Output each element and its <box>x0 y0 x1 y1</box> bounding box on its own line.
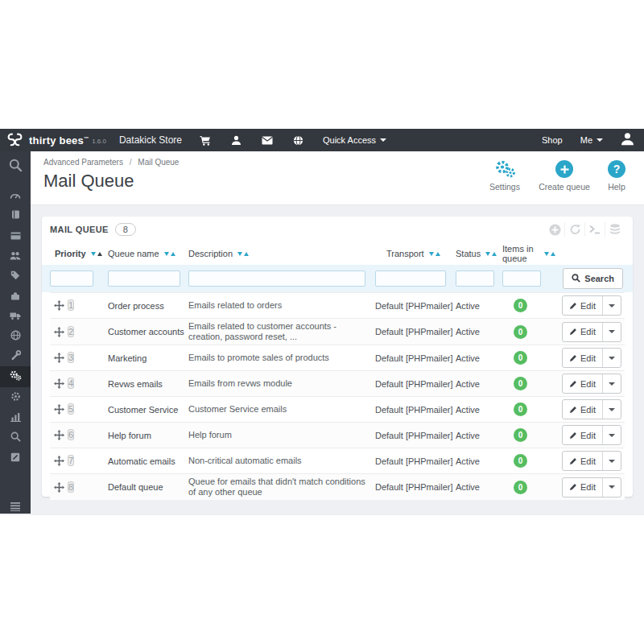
table-row[interactable]: 1 Order process Emails related to orders… <box>50 292 625 318</box>
sort-icons[interactable] <box>237 252 249 256</box>
sort-desc-icon[interactable] <box>544 252 549 256</box>
sort-desc-icon[interactable] <box>164 252 169 256</box>
sidebar-item-customers[interactable] <box>0 246 31 266</box>
sidebar-item-orders[interactable] <box>0 225 31 246</box>
sort-icons[interactable] <box>164 252 175 256</box>
sidebar-item-catalog[interactable] <box>0 205 31 225</box>
edit-dropdown-toggle[interactable] <box>602 296 621 315</box>
sort-asc-icon[interactable] <box>171 252 175 256</box>
column-header-description[interactable]: Description <box>188 249 375 258</box>
edit-split-button[interactable]: Edit <box>562 295 621 316</box>
sort-desc-icon[interactable] <box>485 252 490 256</box>
sort-asc-icon[interactable] <box>492 252 497 256</box>
sidebar-item-localization[interactable] <box>0 326 31 346</box>
quick-access-menu[interactable]: Quick Access <box>323 135 386 145</box>
sort-desc-icon[interactable] <box>91 252 96 256</box>
breadcrumb-parent[interactable]: Advanced Parameters <box>43 158 123 167</box>
edit-dropdown-toggle[interactable] <box>602 349 621 367</box>
edit-button[interactable]: Edit <box>563 452 602 470</box>
drag-handle-icon[interactable] <box>50 378 68 389</box>
drag-handle-icon[interactable] <box>50 353 68 363</box>
refresh-icon[interactable] <box>564 222 584 237</box>
settings-button[interactable]: Settings <box>481 159 528 192</box>
filter-items-input[interactable] <box>502 270 541 287</box>
sort-icons[interactable] <box>544 252 555 256</box>
edit-split-button[interactable]: Edit <box>562 374 621 394</box>
globe-icon[interactable] <box>293 135 303 146</box>
drag-handle-icon[interactable] <box>50 404 68 415</box>
edit-dropdown-toggle[interactable] <box>602 426 621 444</box>
sort-desc-icon[interactable] <box>429 252 434 256</box>
brand-name[interactable]: thirty bees™ <box>29 134 89 147</box>
column-header-priority[interactable]: Priority <box>50 249 108 258</box>
me-menu[interactable]: Me <box>580 135 603 145</box>
user-icon[interactable] <box>231 135 242 146</box>
sidebar-item-stats[interactable] <box>0 407 31 427</box>
edit-split-button[interactable]: Edit <box>562 348 621 368</box>
drag-handle-icon[interactable] <box>50 482 68 493</box>
filter-description-input[interactable] <box>188 270 365 287</box>
sidebar-item-price-rules[interactable] <box>0 266 31 286</box>
table-row[interactable]: 7 Automatic emails Non-critical automati… <box>50 448 625 473</box>
filter-status-input[interactable] <box>456 270 494 287</box>
sidebar-collapse-toggle[interactable] <box>0 497 31 517</box>
edit-split-button[interactable]: Edit <box>562 451 621 471</box>
column-header-items-in-queue[interactable]: Items in queue <box>502 244 555 263</box>
column-header-status[interactable]: Status <box>456 249 502 258</box>
thirtybees-logo-icon[interactable] <box>0 132 29 149</box>
edit-button[interactable]: Edit <box>563 374 602 393</box>
drag-handle-icon[interactable] <box>50 430 68 440</box>
search-button[interactable]: Search <box>563 268 623 289</box>
sidebar-item-modules[interactable] <box>0 286 31 306</box>
sort-icons[interactable] <box>429 252 440 256</box>
filter-priority-input[interactable] <box>50 270 93 287</box>
column-header-queue-name[interactable]: Queue name <box>108 249 188 258</box>
edit-button[interactable]: Edit <box>563 323 602 341</box>
table-row[interactable]: 3 Marketing Emails to promote sales of p… <box>50 345 625 370</box>
sidebar-item-tools[interactable] <box>0 346 31 366</box>
edit-button[interactable]: Edit <box>563 426 602 444</box>
edit-button[interactable]: Edit <box>563 478 602 497</box>
edit-button[interactable]: Edit <box>563 400 602 419</box>
edit-dropdown-toggle[interactable] <box>602 374 621 393</box>
table-row[interactable]: 2 Customer accounts Emails related to cu… <box>50 318 625 345</box>
shop-link[interactable]: Shop <box>542 135 563 145</box>
sort-asc-icon[interactable] <box>551 252 555 256</box>
create-queue-button[interactable]: Create queue <box>541 159 588 192</box>
edit-split-button[interactable]: Edit <box>562 477 621 497</box>
database-icon[interactable] <box>605 222 625 237</box>
envelope-icon[interactable] <box>262 136 273 145</box>
drag-handle-icon[interactable] <box>50 456 68 466</box>
store-name[interactable]: Datakick Store <box>119 134 182 146</box>
avatar-icon[interactable] <box>621 132 634 149</box>
table-row[interactable]: 8 Default queue Queue for emails that di… <box>50 473 625 500</box>
sort-asc-icon[interactable] <box>436 252 440 256</box>
column-header-transport[interactable]: Transport <box>375 249 456 258</box>
filter-transport-input[interactable] <box>375 270 446 287</box>
edit-split-button[interactable]: Edit <box>562 399 621 419</box>
table-row[interactable]: 5 Customer Service Customer Service emai… <box>50 396 625 422</box>
help-button[interactable]: ? Help <box>601 159 633 192</box>
table-row[interactable]: 6 Help forum Help forum Default [PHPmail… <box>50 422 625 448</box>
table-row[interactable]: 4 Revws emails Emails from revws module … <box>50 370 625 396</box>
edit-dropdown-toggle[interactable] <box>602 400 621 419</box>
sidebar-item-search[interactable] <box>0 151 31 182</box>
sidebar-item-advanced-parameters[interactable] <box>0 366 31 387</box>
sidebar-item-shipping[interactable] <box>0 306 31 326</box>
sidebar-item-search-alt[interactable] <box>0 427 31 448</box>
edit-dropdown-toggle[interactable] <box>602 452 621 470</box>
edit-button[interactable]: Edit <box>563 349 602 367</box>
console-icon[interactable] <box>584 222 605 237</box>
sidebar-item-logs[interactable] <box>0 448 31 468</box>
sort-asc-icon[interactable] <box>244 252 249 256</box>
drag-handle-icon[interactable] <box>50 300 68 311</box>
edit-split-button[interactable]: Edit <box>562 322 621 342</box>
edit-split-button[interactable]: Edit <box>562 425 621 445</box>
edit-dropdown-toggle[interactable] <box>602 478 621 497</box>
cart-icon[interactable] <box>200 135 211 146</box>
sidebar-item-dashboard[interactable] <box>0 185 31 205</box>
drag-handle-icon[interactable] <box>50 327 68 337</box>
sort-icons[interactable] <box>485 252 497 256</box>
add-icon[interactable] <box>545 222 564 237</box>
sort-icons[interactable] <box>91 252 102 256</box>
